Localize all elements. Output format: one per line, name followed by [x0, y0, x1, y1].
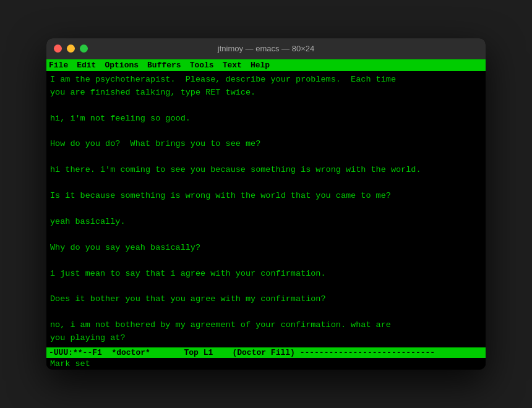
menu-file[interactable]: File: [49, 61, 68, 70]
content-line: [50, 177, 482, 190]
content-line: [50, 229, 482, 242]
maximize-button[interactable]: [80, 45, 88, 53]
content-line: I am the psychotherapist. Please, descri…: [50, 74, 482, 87]
content-line: yeah basically.: [50, 216, 482, 229]
content-line: [50, 306, 482, 319]
content-line: [50, 100, 482, 113]
content-line: [50, 255, 482, 268]
content-line: no, i am not bothered by my agreement of…: [50, 319, 482, 332]
menu-buffers[interactable]: Buffers: [147, 61, 181, 70]
emacs-window: jtnimoy — emacs — 80×24 File Edit Option…: [46, 38, 486, 370]
title-bar: jtnimoy — emacs — 80×24: [46, 38, 486, 59]
content-line: How do you do? What brings you to see me…: [50, 138, 482, 151]
menu-edit[interactable]: Edit: [77, 61, 96, 70]
content-line: [50, 203, 482, 216]
content-line: [50, 125, 482, 138]
menu-text[interactable]: Text: [223, 61, 242, 70]
menu-help[interactable]: Help: [251, 61, 270, 70]
menu-bar: File Edit Options Buffers Tools Text Hel…: [46, 59, 486, 71]
content-line: [50, 281, 482, 294]
content-line: you playing at?: [50, 332, 482, 345]
content-line: you are finished talking, type RET twice…: [50, 87, 482, 100]
minimize-button[interactable]: [67, 45, 75, 53]
close-button[interactable]: [54, 45, 62, 53]
status-bar: -UUU:**--F1 *doctor* Top L1 (Doctor Fill…: [46, 347, 486, 358]
content-line: hi, i'm not feeling so good.: [50, 113, 482, 125]
menu-options[interactable]: Options: [105, 61, 139, 70]
content-line: Does it bother you that you agree with m…: [50, 293, 482, 306]
minibuffer[interactable]: Mark set: [46, 358, 486, 370]
traffic-lights: [54, 45, 88, 53]
content-line: [50, 151, 482, 164]
content-line: Why do you say yeah basically?: [50, 242, 482, 255]
content-line: i just mean to say that i agree with you…: [50, 268, 482, 281]
content-line: hi there. i'm coming to see you because …: [50, 164, 482, 177]
window-title: jtnimoy — emacs — 80×24: [218, 44, 314, 53]
menu-tools[interactable]: Tools: [190, 61, 214, 70]
content-line: Is it because something is wrong with th…: [50, 190, 482, 203]
editor-content[interactable]: I am the psychotherapist. Please, descri…: [46, 71, 486, 347]
